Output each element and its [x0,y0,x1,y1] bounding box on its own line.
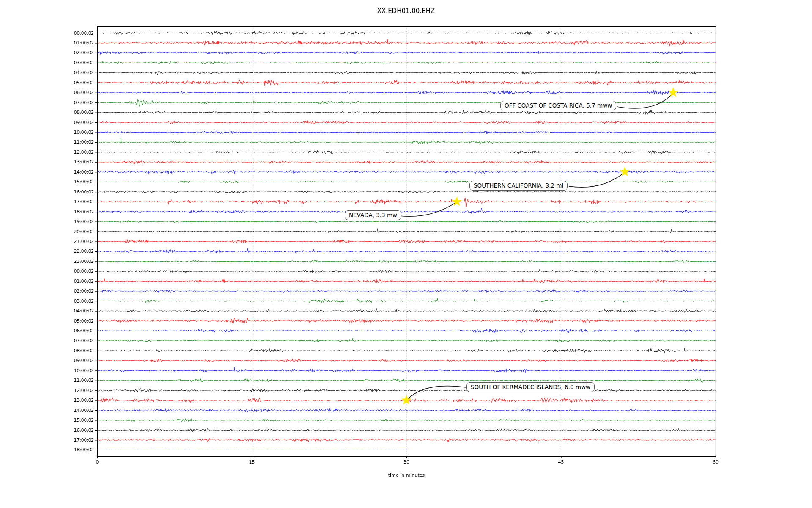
row-time-label: 22:00:02 [52,248,94,254]
row-time-label: 10:00:02 [52,130,94,135]
figure-title: XX.EDH01.00.EHZ [0,7,812,15]
row-time-label: 06:00:02 [52,328,94,334]
row-time-label: 08:00:02 [52,348,94,353]
row-time-label: 06:00:02 [52,90,94,95]
row-time-label: 01:00:02 [52,279,94,284]
row-time-label: 23:00:02 [52,259,94,264]
row-time-label: 02:00:02 [52,50,94,55]
row-time-label: 02:00:02 [52,288,94,294]
row-time-label: 09:00:02 [52,358,94,363]
seismogram-canvas [0,0,812,508]
row-time-label: 12:00:02 [52,149,94,155]
row-time-label: 17:00:02 [52,437,94,443]
row-time-label: 11:00:02 [52,378,94,383]
x-tick-label: 15 [239,459,265,465]
row-time-label: 20:00:02 [52,229,94,235]
row-time-label: 18:00:02 [52,447,94,453]
row-time-label: 00:00:02 [52,30,94,36]
row-time-label: 05:00:02 [52,80,94,86]
x-tick-label: 60 [703,459,728,465]
row-time-label: 08:00:02 [52,110,94,115]
x-tick-label: 45 [549,459,574,465]
row-time-label: 11:00:02 [52,139,94,145]
row-time-label: 03:00:02 [52,60,94,66]
row-time-label: 04:00:02 [52,70,94,75]
row-time-label: 17:00:02 [52,199,94,204]
row-time-label: 13:00:02 [52,398,94,403]
row-time-label: 05:00:02 [52,318,94,324]
row-time-label: 07:00:02 [52,338,94,343]
event-annotation-box: OFF COAST OF COSTA RICA, 5.7 mww [500,101,616,110]
event-annotation-box: SOUTHERN CALIFORNIA, 3.2 ml [469,181,568,190]
row-time-label: 14:00:02 [52,169,94,175]
event-annotation-box: SOUTH OF KERMADEC ISLANDS, 6.0 mww [466,382,595,392]
seismogram-figure: XX.EDH01.00.EHZ 00:00:0201:00:0202:00:02… [0,0,812,508]
x-tick-label: 0 [85,459,110,465]
row-time-label: 03:00:02 [52,298,94,304]
row-time-label: 01:00:02 [52,40,94,46]
row-time-label: 21:00:02 [52,239,94,244]
row-time-label: 15:00:02 [52,417,94,423]
row-time-label: 09:00:02 [52,120,94,125]
row-time-label: 12:00:02 [52,388,94,393]
x-tick-label: 30 [394,459,419,465]
row-time-label: 07:00:02 [52,100,94,105]
x-axis-label: time in minutes [322,472,491,478]
row-time-label: 14:00:02 [52,408,94,413]
row-time-label: 18:00:02 [52,209,94,215]
row-time-label: 16:00:02 [52,189,94,195]
event-annotation-box: NEVADA, 3.3 mw [345,210,401,220]
row-time-label: 16:00:02 [52,428,94,433]
row-time-label: 10:00:02 [52,368,94,373]
row-time-label: 04:00:02 [52,308,94,314]
row-time-label: 13:00:02 [52,159,94,165]
row-time-label: 00:00:02 [52,268,94,274]
row-time-label: 15:00:02 [52,179,94,185]
row-time-label: 19:00:02 [52,219,94,224]
